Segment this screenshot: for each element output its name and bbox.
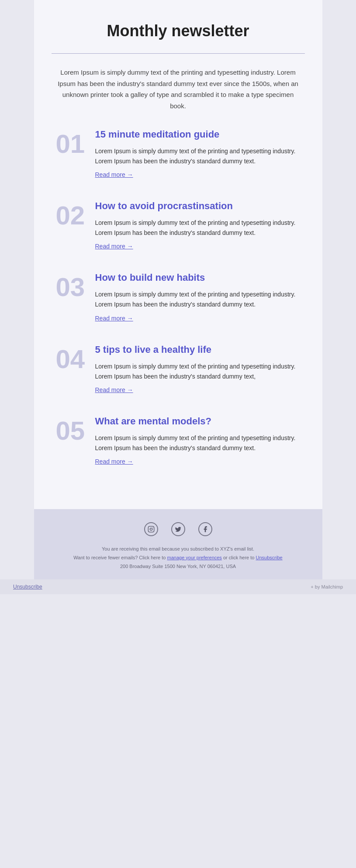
footer-section: You are receiving this email because you… <box>34 509 322 579</box>
instagram-icon[interactable] <box>144 522 158 536</box>
article-text-1: Lorem Ipsum is simply dummy text of the … <box>95 146 301 166</box>
svg-point-1 <box>150 528 152 530</box>
divider <box>52 53 305 54</box>
article-number-4: 04 <box>56 344 91 372</box>
social-icons-row <box>144 522 212 536</box>
manage-preferences-link[interactable]: manage your preferences <box>167 555 222 560</box>
article-body-5: What are mental models? Lorem Ipsum is s… <box>91 416 301 465</box>
article-text-5: Lorem Ipsum is simply dummy text of the … <box>95 433 301 453</box>
twitter-icon[interactable] <box>171 522 185 536</box>
manage-text: Want to receive fewer emails? Click here… <box>73 555 166 560</box>
or-text: or click here to <box>223 555 255 560</box>
page-wrapper: Monthly newsletter Lorem Ipsum is simply… <box>0 0 356 594</box>
footer-address: 200 Broadway Suite 1500 New York, NY 060… <box>120 564 236 569</box>
read-more-link-4[interactable]: Read more → <box>95 386 133 393</box>
article-text-4: Lorem Ipsum is simply dummy text of the … <box>95 362 301 382</box>
article-number-5: 05 <box>56 416 91 444</box>
intro-text: Lorem Ipsum is simply dummy text of the … <box>56 67 301 111</box>
article-title-4: 5 tips to live a healthy life <box>95 344 301 355</box>
article-text-3: Lorem Ipsum is simply dummy text of the … <box>95 289 301 310</box>
unsubscribe-link[interactable]: Unsubscribe <box>256 555 283 560</box>
read-more-link-2[interactable]: Read more → <box>95 243 133 250</box>
subscription-text: You are receiving this email because you… <box>102 546 254 551</box>
article-item-1: 01 15 minute meditation guide Lorem Ipsu… <box>56 129 301 179</box>
svg-point-2 <box>152 527 153 528</box>
article-item-2: 02 How to avoid procrastinsation Lorem I… <box>56 200 301 250</box>
newsletter-title: Monthly newsletter <box>56 17 301 40</box>
articles-container: 01 15 minute meditation guide Lorem Ipsu… <box>56 129 301 465</box>
main-content: Monthly newsletter Lorem Ipsum is simply… <box>34 0 322 509</box>
facebook-icon[interactable] <box>198 522 212 536</box>
article-item-3: 03 How to build new habits Lorem Ipsum i… <box>56 272 301 322</box>
bottom-mailchimp-label: + by Mailchimp <box>311 584 343 589</box>
article-title-1: 15 minute meditation guide <box>95 129 301 140</box>
article-number-3: 03 <box>56 272 91 300</box>
article-body-1: 15 minute meditation guide Lorem Ipsum i… <box>91 129 301 179</box>
article-number-2: 02 <box>56 200 91 229</box>
article-number-1: 01 <box>56 129 91 157</box>
article-title-2: How to avoid procrastinsation <box>95 200 301 212</box>
article-title-3: How to build new habits <box>95 272 301 283</box>
footer-text: You are receiving this email because you… <box>73 545 282 571</box>
article-body-4: 5 tips to live a healthy life Lorem Ipsu… <box>91 344 301 394</box>
article-text-2: Lorem Ipsum is simply dummy text of the … <box>95 218 301 238</box>
article-body-3: How to build new habits Lorem Ipsum is s… <box>91 272 301 322</box>
article-body-2: How to avoid procrastinsation Lorem Ipsu… <box>91 200 301 250</box>
article-item-5: 05 What are mental models? Lorem Ipsum i… <box>56 416 301 465</box>
article-title-5: What are mental models? <box>95 416 301 427</box>
bottom-bar: Unsubscribe + by Mailchimp <box>0 579 356 594</box>
read-more-link-3[interactable]: Read more → <box>95 315 133 322</box>
bottom-unsubscribe-link[interactable]: Unsubscribe <box>13 584 42 590</box>
read-more-link-5[interactable]: Read more → <box>95 458 133 465</box>
article-item-4: 04 5 tips to live a healthy life Lorem I… <box>56 344 301 394</box>
read-more-link-1[interactable]: Read more → <box>95 171 133 178</box>
svg-rect-0 <box>148 526 154 532</box>
